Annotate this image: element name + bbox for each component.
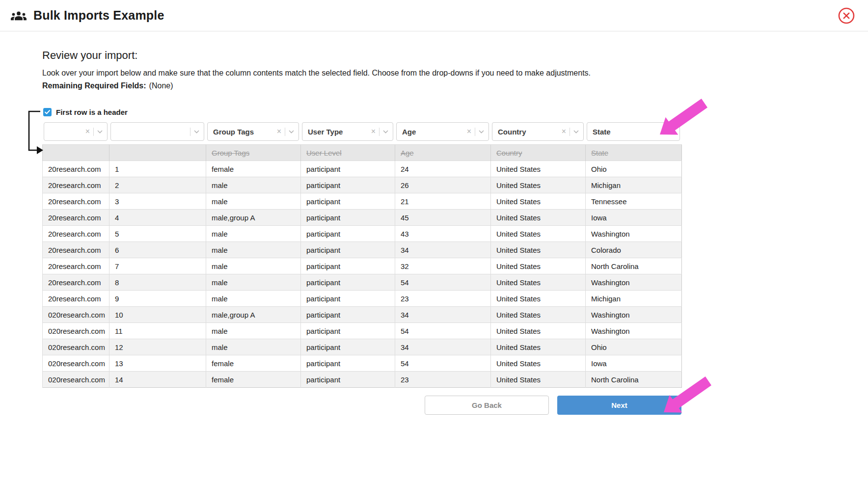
- column-field-value: Age: [402, 128, 416, 136]
- table-cell: participant: [301, 291, 395, 307]
- table-row: 020research.com12maleparticipant34United…: [43, 339, 682, 355]
- table-cell: male,group A: [206, 210, 301, 226]
- table-cell: 23: [395, 291, 491, 307]
- column-field-value: Country: [498, 128, 526, 136]
- table-cell: 2: [109, 177, 206, 193]
- imported-header-cell: [43, 145, 109, 161]
- table-cell: 26: [395, 177, 491, 193]
- review-heading: Review your import:: [42, 49, 868, 62]
- column-field-select[interactable]: Group Tags×: [207, 122, 299, 141]
- table-cell: 9: [109, 291, 206, 307]
- selector-divider: [570, 128, 570, 136]
- table-cell: 020research.com: [43, 339, 109, 355]
- column-field-select[interactable]: Age×: [396, 122, 489, 141]
- table-cell: 34: [395, 339, 491, 355]
- table-cell: Washington: [586, 226, 682, 242]
- table-cell: male: [206, 274, 301, 291]
- table-cell: 45: [395, 210, 491, 226]
- table-cell: Iowa: [586, 355, 682, 372]
- chevron-down-icon[interactable]: [479, 130, 484, 134]
- column-field-select[interactable]: Country×: [492, 122, 584, 141]
- table-cell: participant: [301, 323, 395, 339]
- table-row: 020research.com14femaleparticipant23Unit…: [43, 372, 682, 388]
- next-button[interactable]: Next: [557, 396, 681, 415]
- table-cell: 34: [395, 242, 491, 258]
- go-back-button[interactable]: Go Back: [425, 396, 549, 415]
- chevron-down-icon[interactable]: [383, 130, 388, 134]
- table-cell: 12: [109, 339, 206, 355]
- table-cell: 20research.com: [43, 226, 109, 242]
- table-cell: 20research.com: [43, 274, 109, 291]
- first-row-header-checkbox[interactable]: [43, 108, 52, 116]
- table-cell: 020research.com: [43, 323, 109, 339]
- table-cell: 43: [395, 226, 491, 242]
- table-row: 20research.com9maleparticipant23United S…: [43, 291, 682, 307]
- chevron-down-icon[interactable]: [194, 130, 199, 134]
- table-row: 020research.com13femaleparticipant54Unit…: [43, 355, 682, 372]
- table-cell: participant: [301, 177, 395, 193]
- table-cell: 6: [109, 242, 206, 258]
- window-header: Bulk Imports Example: [0, 0, 868, 31]
- table-cell: 1: [109, 161, 206, 177]
- chevron-down-icon[interactable]: [573, 130, 579, 134]
- table-cell: 20research.com: [43, 242, 109, 258]
- selector-divider: [93, 128, 94, 136]
- chevron-down-icon[interactable]: [97, 130, 103, 134]
- table-cell: United States: [491, 372, 586, 388]
- column-field-value: State: [593, 128, 611, 136]
- table-cell: United States: [491, 323, 586, 339]
- clear-selection-icon[interactable]: ×: [562, 128, 566, 135]
- clear-selection-icon[interactable]: ×: [85, 128, 90, 135]
- column-field-value: User Type: [308, 128, 343, 136]
- column-field-select[interactable]: [110, 122, 204, 141]
- imported-header-cell: [109, 145, 206, 161]
- table-cell: North Carolina: [586, 258, 682, 274]
- first-row-header-row: First row is a header: [42, 108, 868, 116]
- table-cell: 20research.com: [43, 193, 109, 210]
- table-cell: male,group A: [206, 307, 301, 323]
- table-cell: 23: [395, 372, 491, 388]
- table-cell: 34: [395, 307, 491, 323]
- table-cell: United States: [491, 193, 586, 210]
- table-cell: 20research.com: [43, 177, 109, 193]
- close-button[interactable]: [838, 7, 855, 25]
- table-cell: United States: [491, 274, 586, 291]
- selector-divider: [190, 128, 190, 136]
- table-cell: male: [206, 226, 301, 242]
- table-cell: female: [206, 161, 301, 177]
- table-row: 20research.com4male,group Aparticipant45…: [43, 210, 682, 226]
- table-row: 20research.com3maleparticipant21United S…: [43, 193, 682, 210]
- table-cell: female: [206, 355, 301, 372]
- imported-header-cell: Group Tags: [206, 145, 301, 161]
- table-cell: participant: [301, 226, 395, 242]
- chevron-down-icon[interactable]: [289, 130, 294, 134]
- clear-selection-icon[interactable]: ×: [467, 128, 471, 135]
- chevron-down-icon[interactable]: [670, 130, 675, 134]
- clear-selection-icon[interactable]: ×: [277, 128, 281, 135]
- close-icon: [838, 7, 855, 25]
- column-field-select[interactable]: ×: [44, 122, 108, 141]
- table-cell: United States: [491, 355, 586, 372]
- table-cell: male: [206, 291, 301, 307]
- column-field-select[interactable]: User Type×: [302, 122, 393, 141]
- table-cell: 32: [395, 258, 491, 274]
- bulk-imports-people-icon: [11, 10, 27, 21]
- table-cell: 20research.com: [43, 161, 109, 177]
- table-cell: 020research.com: [43, 355, 109, 372]
- review-description: Look over your import below and make sur…: [42, 69, 868, 78]
- table-cell: participant: [301, 274, 395, 291]
- imported-header-row: Group TagsUser LevelAgeCountryState: [43, 145, 682, 161]
- table-cell: 54: [395, 274, 491, 291]
- table-cell: participant: [301, 193, 395, 210]
- table-cell: 13: [109, 355, 206, 372]
- table-cell: Tennessee: [586, 193, 682, 210]
- selector-row: ×Group Tags×User Type×Age×Country×State: [42, 122, 681, 141]
- imported-header-cell: Age: [395, 145, 491, 161]
- clear-selection-icon[interactable]: ×: [371, 128, 376, 135]
- table-cell: United States: [491, 242, 586, 258]
- table-cell: participant: [301, 355, 395, 372]
- table-cell: 11: [109, 323, 206, 339]
- table-row: 20research.com1femaleparticipant24United…: [43, 161, 682, 177]
- column-field-select[interactable]: State: [587, 122, 680, 141]
- table-cell: 20research.com: [43, 258, 109, 274]
